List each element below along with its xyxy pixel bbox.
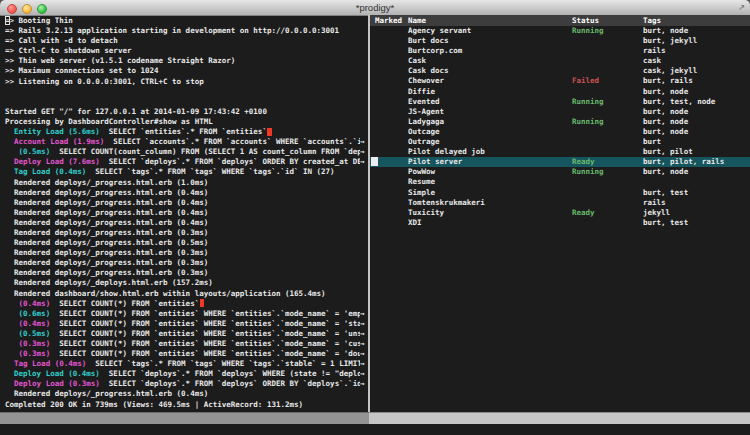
header-status: Status [572,15,599,26]
service-row[interactable]: LadygagaRunningburt, node [370,117,750,127]
log-line: Deploy Load (0.4ms) SELECT `deploys`.* F… [0,369,369,379]
service-name: Pilot delayed job [408,147,485,157]
log-line: Entity Load (5.6ms) SELECT `entities`.* … [0,127,369,137]
prodigy-rows: Agency servantRunningburt, nodeBurt docs… [370,26,750,228]
log-line: Rendered deploys/_progress.html.erb (0.3… [0,258,369,268]
service-row[interactable]: JS-Agentburt, node [370,107,750,117]
service-tags: burt, node [643,117,688,127]
log-line: Completed 200 OK in 739ms (Views: 469.5m… [0,400,369,410]
log-line: Tag Load (0.4ms) SELECT `tags`.* FROM `t… [0,359,369,369]
service-row[interactable]: Burt docsburt, jekyll [370,36,750,46]
header-name: Name [408,15,426,26]
service-name: Chewover [408,76,444,86]
service-name: Pilot server [408,157,462,167]
left-modeline: U:%*-*prodigy-pilot-server*L1(Fundamen [0,412,369,424]
service-tags: jekyll [643,208,670,218]
log-line: Rendered deploys/_progress.html.erb (0.3… [0,268,369,278]
service-tags: cask [643,56,661,66]
log-line [0,97,369,107]
resize-icon[interactable]: ↗ [738,1,745,15]
log-line: Rendered deploys/_progress.html.erb (1.0… [0,178,369,188]
log-line: Rendered deploys/_progress.html.erb (0.3… [0,228,369,238]
echo-area[interactable] [0,424,750,435]
service-row[interactable]: Outrageburt [370,137,750,147]
service-name: Cask [408,56,426,66]
log-line: >> Thin web server (v1.5.1 codename Stra… [0,56,369,66]
service-row[interactable]: Simpleburt, test [370,188,750,198]
service-tags: burt, test [643,218,688,228]
service-tags: burt, node [643,87,688,97]
service-name: Tomtenskrukmakeri [408,198,485,208]
service-tags: burt, jekyll [643,36,697,46]
service-tags: burt, node [643,107,688,117]
log-line: (0.5ms) SELECT COUNT(count_column) FROM … [0,147,369,157]
log-line: Rendered deploys/_progress.html.erb (0.4… [0,188,369,198]
service-name: Outrage [408,137,440,147]
service-tags: burt, node [643,167,688,177]
service-tags: rails [643,198,666,208]
log-line: Rendered deploys/_progress.html.erb (0.5… [0,238,369,248]
service-name: Tuxicity [408,208,444,218]
log-line: >> Maximum connections set to 1024 [0,66,369,76]
service-row[interactable]: Tomtenskrukmakerirails [370,198,750,208]
point-cursor [371,157,378,166]
service-row[interactable]: Burtcorp.comrails [370,46,750,56]
log-line: (0.6ms) SELECT COUNT(*) FROM `entities` … [0,309,369,319]
log-line: Deploy Load (7.6ms) SELECT `deploys`.* F… [0,157,369,167]
service-status: Running [572,97,604,107]
service-row[interactable]: Diffieburt, node [370,87,750,97]
service-name: Resume [408,177,435,187]
log-line: Started GET "/" for 127.0.0.1 at 2014-01… [0,107,369,117]
right-modeline: U:%%-*prodigy*L14(Prodigy) [369,412,750,424]
service-name: Simple [408,188,435,198]
emacs-window: *prodigy* ↗ => Booting Thin=> Rails 3.2.… [0,0,750,435]
service-row[interactable]: Pilot delayed jobburt, pilot [370,147,750,157]
window-title: *prodigy* [0,0,750,15]
service-tags: burt, test, node [643,97,715,107]
log-line: >> Listening on 0.0.0.0:3001, CTRL+C to … [0,77,369,87]
log-line: => Rails 3.2.13 application starting in … [0,26,369,36]
service-status: Ready [572,208,595,218]
service-row[interactable]: Agency servantRunningburt, node [370,26,750,36]
service-row[interactable]: Caskcask [370,56,750,66]
log-line: (0.3ms) SELECT COUNT(*) FROM `entities` … [0,349,369,359]
service-tags: burt, pilot [643,147,693,157]
log-line: (0.3ms) SELECT COUNT(*) FROM `entities` … [0,339,369,349]
service-name: Diffie [408,87,435,97]
service-row[interactable]: Outcageburt, node [370,127,750,137]
header-tags: Tags [643,15,661,26]
log-line: Rendered deploys/_progress.html.erb (0.4… [0,218,369,228]
titlebar: *prodigy* ↗ [0,0,750,16]
log-line: => Ctrl-C to shutdown server [0,46,369,56]
service-row[interactable]: XDIburt, test [370,218,750,228]
red-cursor-block [267,128,272,136]
service-status: Failed [572,76,599,86]
log-line: Deploy Load (0.3ms) SELECT `deploys`.* F… [0,379,369,389]
service-status: Running [572,26,604,36]
service-tags: rails [643,46,666,56]
log-line: => Booting Thin [0,16,369,26]
service-row[interactable]: ChewoverFailedburt, rails [370,76,750,86]
service-name: Outcage [408,127,440,137]
service-row[interactable]: PowWowRunningburt, node [370,167,750,177]
service-row[interactable]: Pilot serverReadyburt, pilot, rails [370,157,750,167]
log-line [0,87,369,97]
service-row[interactable]: TuxicityReadyjekyll [370,208,750,218]
service-row[interactable]: EventedRunningburt, test, node [370,97,750,107]
service-name: PowWow [408,167,435,177]
service-row[interactable]: Resume [370,177,750,187]
service-tags: burt, pilot, rails [643,157,724,167]
service-name: Evented [408,97,440,107]
log-line: (0.4ms) SELECT COUNT(*) FROM `entities` [0,299,369,309]
service-name: Agency servant [408,26,471,36]
log-line: Rendered deploys/_deploys.html.erb (157.… [0,278,369,288]
service-row[interactable]: Cask docscask, jekyll [370,66,750,76]
log-line: (0.5ms) SELECT COUNT(*) FROM `entities` … [0,329,369,339]
log-line: Rendered dashboard/show.html.erb within … [0,289,369,299]
service-tags: cask, jekyll [643,66,697,76]
log-line: Rendered deploys/_progress.html.erb (0.4… [0,208,369,218]
log-line: Rendered deploys/_progress.html.erb (0.3… [0,248,369,258]
service-name: JS-Agent [408,107,444,117]
log-line: Rendered deploys/_progress.html.erb (0.4… [0,198,369,208]
log-line: Tag Load (0.4ms) SELECT `tags`.* FROM `t… [0,167,369,177]
